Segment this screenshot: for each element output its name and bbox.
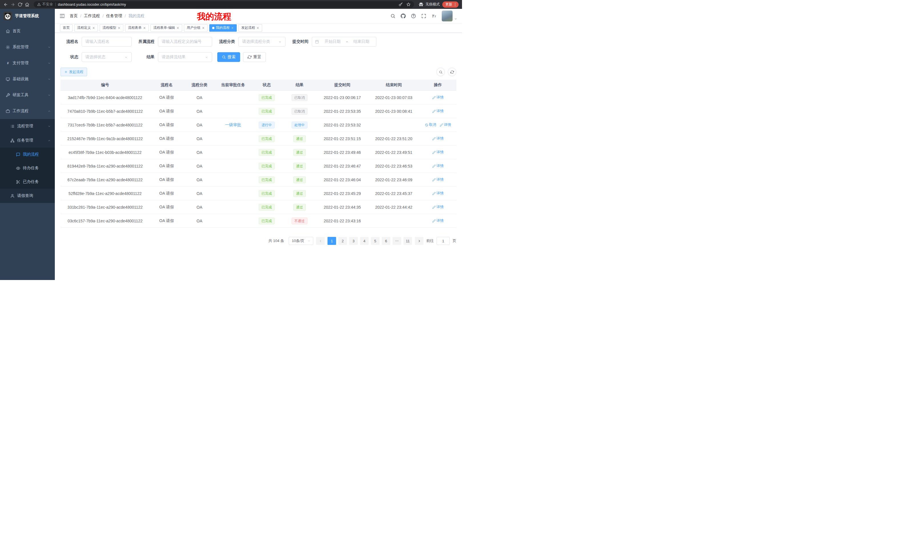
browser-home-icon[interactable] (25, 2, 29, 7)
submit-time-range-picker[interactable]: 开始日期 - 结束日期 (312, 37, 376, 46)
header-search-icon[interactable] (390, 13, 396, 18)
category-select[interactable]: 请选择流程分类 (238, 37, 285, 46)
tab-user-group[interactable]: 用户分组 (184, 24, 208, 32)
next-page-button[interactable] (415, 237, 423, 245)
tab-close-icon[interactable] (118, 27, 120, 29)
result-select[interactable]: 请选择流结果 (158, 52, 212, 62)
cell-process-name: OA 请假 (150, 205, 184, 210)
sidebar-item-home[interactable]: 首页 (0, 23, 55, 39)
breadcrumb-item[interactable]: 任务管理 (106, 13, 122, 18)
sidebar-item-system[interactable]: 系统管理 (0, 39, 55, 55)
user-menu[interactable] (442, 10, 458, 21)
sidebar-item-workflow[interactable]: 工作流程 (0, 103, 55, 119)
sidebar-item-todo-task[interactable]: 待办任务 (0, 161, 55, 175)
browser-reload-icon[interactable] (18, 2, 22, 7)
goto-page-input[interactable]: 1 (436, 237, 450, 245)
browser-back-icon[interactable] (3, 2, 8, 7)
security-chip[interactable]: 不安全 (37, 2, 53, 7)
sidebar-toggle-icon[interactable] (59, 13, 65, 19)
tab-process-model[interactable]: 流程模型 (100, 24, 123, 32)
detail-link[interactable]: 详情 (432, 95, 444, 100)
sidebar-item-payment[interactable]: ¥支付管理 (0, 55, 55, 71)
sidebar-item-my-process[interactable]: 我的流程 (0, 148, 55, 161)
search-icon (439, 70, 442, 74)
tab-label: 用户分组 (187, 25, 201, 30)
cell-end-time: 2022-01-23 00:07:03 (368, 95, 420, 100)
browser-forward-icon[interactable] (10, 2, 15, 7)
detail-link[interactable]: 详情 (432, 163, 444, 168)
password-key-icon[interactable] (399, 2, 403, 7)
table-row: ec45f38f-7b9a-11ec-b03b-acde48001122OA 请… (60, 145, 456, 159)
toggle-search-button[interactable] (436, 67, 445, 76)
refresh-table-button[interactable] (448, 67, 456, 76)
detail-link[interactable]: 详情 (432, 219, 444, 223)
tab-close-icon[interactable] (143, 27, 146, 29)
detail-link[interactable]: 详情 (432, 136, 444, 141)
sidebar-item-process-manage[interactable]: 流程管理 (0, 119, 55, 133)
page-button-5[interactable]: 5 (371, 237, 380, 245)
detail-link[interactable]: 详情 (440, 123, 451, 127)
cancel-link[interactable]: 取消 (425, 123, 436, 127)
tab-process-definition[interactable]: 流程定义 (74, 24, 98, 32)
app-logo[interactable]: 芋道管理系统 (0, 9, 55, 23)
page-button-3[interactable]: 3 (349, 237, 358, 245)
address-bar[interactable]: 不安全 dashboard.yudao.iocoder.cn/bpm/task/… (34, 1, 414, 8)
bookmark-star-icon[interactable] (406, 2, 411, 7)
tab-my-process[interactable]: 我的流程 (209, 24, 237, 32)
page-button-6[interactable]: 6 (382, 237, 390, 245)
sidebar-item-infrastructure[interactable]: 基础设施 (0, 71, 55, 87)
github-icon[interactable] (400, 13, 406, 18)
browser-menu-icon[interactable] (453, 3, 457, 7)
process-name-input[interactable]: 请输入流程名 (82, 37, 132, 46)
tab-start-process[interactable]: 发起流程 (238, 24, 262, 32)
search-button[interactable]: 搜索 (217, 52, 240, 62)
page-button-2[interactable]: 2 (338, 237, 347, 245)
detail-link[interactable]: 详情 (432, 205, 444, 210)
detail-link[interactable]: 详情 (432, 191, 444, 196)
reset-button[interactable]: 重置 (243, 52, 266, 62)
detail-link[interactable]: 详情 (432, 177, 444, 182)
process-name-placeholder: 请输入流程名 (86, 39, 110, 44)
page-button-11[interactable]: 11 (404, 237, 412, 245)
navbar-actions: TT (390, 10, 458, 21)
pager-more-button[interactable] (393, 237, 401, 245)
status-tag: 已完成 (259, 204, 274, 211)
prev-page-button[interactable] (316, 237, 325, 245)
page-button-4[interactable]: 4 (360, 237, 369, 245)
sidebar-item-task-manage[interactable]: 任务管理 (0, 133, 55, 148)
detail-link[interactable]: 详情 (432, 150, 444, 155)
sidebar-item-done-task[interactable]: 已办任务 (0, 175, 55, 189)
sidebar-item-leave-query[interactable]: 请假查询 (0, 189, 55, 203)
breadcrumb-item[interactable]: 首页 (70, 13, 78, 18)
breadcrumb-item[interactable]: 工作流程 (84, 13, 100, 18)
tab-process-form[interactable]: 流程表单 (125, 24, 149, 32)
page-size-select[interactable]: 10条/页 (289, 237, 313, 245)
breadcrumb-item: 我的流程 (129, 13, 144, 18)
action-label: 详情 (436, 177, 444, 182)
font-size-icon[interactable]: TT (432, 13, 436, 18)
table-row: 7470a810-7b9b-11ec-b5b7-acde48001122OA 请… (60, 105, 456, 118)
chevron-up-icon (48, 109, 51, 113)
detail-link[interactable]: 详情 (432, 109, 444, 114)
table-toolbar: 发起流程 (60, 67, 456, 76)
tab-home[interactable]: 首页 (60, 24, 72, 32)
process-definition-input[interactable]: 请输入流程定义的编号 (158, 37, 212, 46)
list-icon (10, 124, 15, 129)
cell-submit-time: 2022-01-22 23:51:15 (316, 136, 368, 141)
tab-close-icon[interactable] (231, 27, 234, 29)
current-task-link[interactable]: 一级审批 (225, 123, 241, 127)
page-button-1[interactable]: 1 (327, 237, 336, 245)
fullscreen-icon[interactable] (421, 13, 426, 18)
status-select[interactable]: 请选择状态 (82, 52, 132, 62)
tab-close-icon[interactable] (92, 27, 95, 29)
tab-close-icon[interactable] (256, 27, 259, 29)
update-button[interactable]: 更新 (442, 1, 459, 8)
pager: 12345611 (327, 237, 412, 245)
table-row: 52ffd28e-7b9a-11ec-a290-acde48001122OA 请… (60, 187, 456, 201)
tab-process-form-edit[interactable]: 流程表单-编辑 (150, 24, 182, 32)
create-process-button[interactable]: 发起流程 (60, 67, 87, 76)
tab-close-icon[interactable] (202, 27, 205, 29)
help-icon[interactable] (411, 13, 416, 18)
sidebar-item-dev-tools[interactable]: 研发工具 (0, 87, 55, 103)
tab-close-icon[interactable] (177, 27, 179, 29)
